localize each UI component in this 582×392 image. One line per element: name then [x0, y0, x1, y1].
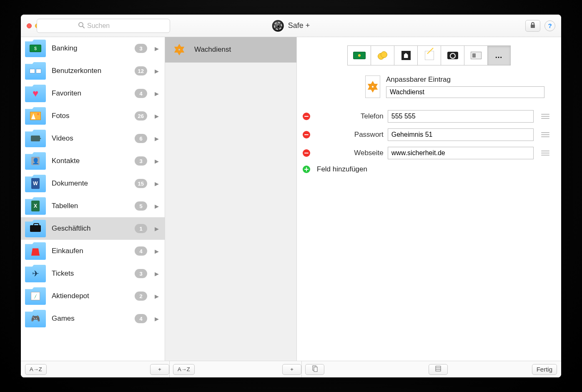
type-banking[interactable] [371, 45, 394, 65]
sidebar-item-geschäftlich[interactable]: Geschäftlich1▶ [21, 217, 165, 240]
item-count-badge: 2 [135, 291, 147, 301]
chevron-right-icon: ▶ [155, 90, 159, 97]
svg-rect-4 [314, 367, 317, 372]
lock-icon [530, 22, 536, 30]
item-count-badge: 4 [135, 314, 147, 323]
field-value-input[interactable] [388, 128, 534, 141]
type-custom[interactable]: … [487, 45, 511, 65]
field-row: Passwort [297, 126, 561, 144]
folder-icon [25, 107, 46, 125]
entry-item[interactable]: Wachdienst [165, 37, 296, 63]
field-value-input[interactable] [388, 147, 534, 159]
sidebar-item-banking[interactable]: $Banking3▶ [21, 37, 165, 60]
chevron-right-icon: ▶ [155, 293, 159, 299]
asterisk-icon [172, 42, 187, 57]
item-count-badge: 4 [135, 246, 147, 256]
window-title: Safe + [272, 20, 310, 32]
add-field-row[interactable]: Feld hinzufügen [297, 162, 561, 176]
titlebar: Safe + ? [21, 15, 561, 37]
list-view-button[interactable] [429, 364, 448, 375]
svg-rect-2 [531, 25, 535, 28]
type-people[interactable] [394, 45, 417, 65]
sidebar-item-tickets[interactable]: ✈Tickets3▶ [21, 262, 165, 285]
sidebar-item-tabellen[interactable]: XTabellen5▶ [21, 195, 165, 217]
camera-icon [447, 52, 458, 59]
item-count-badge: 3 [135, 156, 147, 166]
app-title-label: Safe + [288, 21, 310, 30]
entry-icon-large[interactable] [365, 75, 380, 98]
item-count-badge: 15 [135, 179, 147, 188]
credit-card-icon [353, 52, 366, 59]
add-field-button[interactable] [303, 166, 310, 173]
entry-name-input[interactable] [386, 86, 544, 98]
sort-categories-button[interactable]: A→Z [25, 364, 47, 375]
done-button[interactable]: Fertig [532, 364, 557, 375]
folder-icon: X [25, 197, 46, 215]
search-field[interactable] [37, 19, 170, 33]
chevron-right-icon: ▶ [155, 248, 159, 254]
drag-handle-icon[interactable] [541, 113, 549, 120]
sidebar-item-aktiendepot[interactable]: Aktiendepot2▶ [21, 285, 165, 307]
search-input[interactable] [87, 22, 129, 30]
remove-field-button[interactable] [303, 149, 310, 157]
sidebar-item-kontakte[interactable]: 👤Kontakte3▶ [21, 150, 165, 172]
item-count-badge: 5 [135, 201, 147, 211]
chevron-right-icon: ▶ [155, 181, 159, 187]
remove-field-button[interactable] [303, 131, 310, 138]
item-count-badge: 3 [135, 269, 147, 278]
add-category-button[interactable]: + [150, 364, 169, 375]
sidebar-item-videos[interactable]: Videos6▶ [21, 127, 165, 150]
add-entry-button[interactable]: + [282, 364, 301, 375]
bottom-toolbar: A→Z + A→Z + [21, 361, 561, 377]
sidebar-item-favoriten[interactable]: ♥Favoriten4▶ [21, 82, 165, 105]
type-camera[interactable] [441, 45, 464, 65]
chevron-right-icon: ▶ [155, 158, 159, 164]
folder-icon [25, 62, 46, 80]
field-row: Telefon [297, 107, 561, 126]
briefcase-icon [29, 224, 42, 233]
sidebar-item-label: Benutzerkonten [52, 67, 129, 75]
field-value-input[interactable] [388, 110, 534, 123]
entry-category-label: Anpassbarer Eintrag [386, 75, 544, 84]
field-row: Webseite [297, 144, 561, 162]
type-credit-card[interactable] [347, 45, 371, 65]
sidebar-item-label: Geschäftlich [52, 224, 129, 233]
sidebar-item-fotos[interactable]: Fotos26▶ [21, 105, 165, 127]
sidebar-item-label: Aktiendepot [52, 292, 129, 300]
sidebar-item-dokumente[interactable]: WDokumente15▶ [21, 172, 165, 195]
detail-pane: … Anpassbarer Eintrag TelefonPasswortW [297, 37, 561, 361]
remove-field-button[interactable] [303, 113, 310, 120]
drag-handle-icon[interactable] [541, 131, 549, 138]
accounts-icon [29, 66, 42, 75]
stocks-icon [29, 291, 42, 301]
type-contact-card[interactable] [464, 45, 487, 65]
video-icon [29, 134, 42, 143]
sort-entries-button[interactable]: A→Z [173, 364, 195, 375]
money-icon [378, 51, 388, 60]
sidebar-item-benutzerkonten[interactable]: Benutzerkonten12▶ [21, 60, 165, 82]
sidebar-item-games[interactable]: 🎮Games4▶ [21, 307, 165, 330]
help-button[interactable]: ? [544, 20, 555, 31]
field-label: Telefon [314, 112, 384, 121]
sidebar-item-label: Fotos [52, 112, 129, 120]
sidebar-item-label: Favoriten [52, 89, 129, 98]
folder-icon: $ [25, 40, 46, 57]
more-icon: … [495, 51, 503, 60]
sidebar-item-einkaufen[interactable]: Einkaufen4▶ [21, 240, 165, 262]
people-icon [401, 51, 411, 60]
copy-button[interactable] [305, 364, 324, 375]
sidebar-item-label: Banking [52, 44, 129, 53]
list-icon [435, 365, 442, 373]
folder-icon: W [25, 175, 46, 192]
item-count-badge: 6 [135, 134, 147, 143]
field-label: Passwort [314, 131, 384, 139]
drag-handle-icon[interactable] [541, 149, 549, 157]
excel-icon: X [29, 201, 42, 211]
sidebar-item-label: Videos [52, 134, 129, 143]
chevron-right-icon: ▶ [155, 271, 159, 277]
close-window-button[interactable] [27, 23, 32, 28]
lock-button[interactable] [525, 20, 540, 32]
chevron-right-icon: ▶ [155, 316, 159, 322]
type-note[interactable] [417, 45, 441, 65]
item-count-badge: 12 [135, 66, 147, 75]
